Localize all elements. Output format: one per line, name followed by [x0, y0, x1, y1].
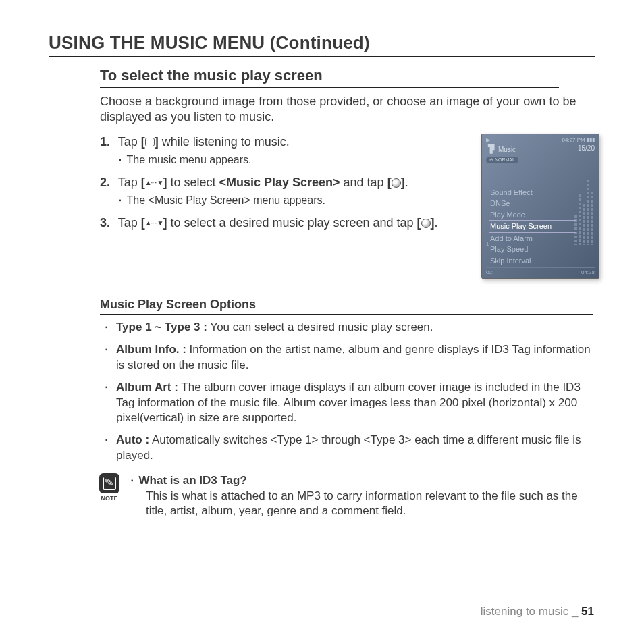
- note-icon: [99, 473, 119, 493]
- note-block: NOTE What is an ID3 Tag? This is what is…: [97, 473, 597, 518]
- button-bracket-open: [: [141, 174, 145, 190]
- step-text: Tap: [118, 176, 141, 189]
- note-title: What is an ID3 Tag?: [131, 474, 247, 487]
- time-elapsed: 02:: [486, 269, 493, 275]
- device-title: Music: [498, 146, 516, 153]
- music-icon: [486, 144, 495, 154]
- option-desc: You can select a desired music play scre…: [207, 321, 433, 333]
- step-sub: The music menu appears.: [119, 153, 465, 167]
- option-desc: Information on the artist name, album an…: [116, 343, 591, 371]
- device-menu: Sound Effect DNSe Play Mode Music Play S…: [489, 187, 576, 267]
- status-time: 04:27 PM: [562, 137, 585, 143]
- step-text-post: to select a desired music play screen an…: [167, 216, 417, 230]
- device-screenshot: ▶ 04:27 PM ▮▮▮ Music 15/20 ⊖ NORMAL Soun…: [481, 134, 599, 279]
- page-number: 51: [581, 605, 594, 618]
- period: .: [405, 176, 408, 189]
- option-album-art: Album Art : The album cover image displa…: [105, 380, 591, 427]
- track-number: 1: [486, 241, 489, 247]
- step-text: Tap: [118, 135, 141, 149]
- equalizer-bars: [574, 171, 595, 245]
- step-text-post: to select: [167, 176, 219, 189]
- step-text: Tap: [118, 216, 141, 230]
- status-play-icon: ▶: [486, 137, 490, 143]
- section-heading: To select the music play screen: [100, 67, 559, 88]
- option-label: Album Info. :: [116, 343, 186, 356]
- step-number: 2.: [100, 174, 115, 190]
- note-text: This is what is attached to an MP3 to ca…: [146, 489, 597, 519]
- menu-item-selected: Music Play Screen: [489, 220, 576, 233]
- options-list: Type 1 ~ Type 3 : You can select a desir…: [105, 320, 591, 464]
- step-2: 2. Tap [ ▲·· ··▼ ] to select <Music Play…: [100, 174, 465, 208]
- option-label: Type 1 ~ Type 3 :: [116, 321, 207, 333]
- option-label: Album Art :: [116, 381, 178, 394]
- button-bracket-open2: [: [417, 215, 421, 231]
- page-footer: listening to music _ 51: [481, 605, 594, 618]
- track-counter: 15/20: [578, 144, 595, 154]
- option-auto: Auto : Automatically switches <Type 1> t…: [105, 433, 591, 464]
- menu-icon: [145, 138, 155, 146]
- step-number: 1.: [100, 134, 115, 150]
- option-desc: Automatically switches <Type 1> through …: [116, 433, 581, 462]
- period: .: [435, 216, 438, 230]
- menu-target: <Music Play Screen>: [219, 176, 340, 189]
- menu-item: DNSe: [489, 198, 576, 209]
- menu-item: Skip Interval: [489, 255, 576, 267]
- battery-icon: ▮▮▮: [587, 137, 595, 143]
- up-down-icon: ▲·· ··▼: [145, 219, 163, 227]
- steps-list: 1. Tap [ ] while listening to music. The…: [100, 134, 465, 279]
- manual-page: USING THE MUSIC MENU (Continued) To sele…: [0, 0, 644, 644]
- intro-text: Choose a background image from those pro…: [100, 94, 593, 126]
- up-down-icon: ▲·· ··▼: [145, 179, 163, 186]
- step-1: 1. Tap [ ] while listening to music. The…: [100, 134, 465, 167]
- step-text-post2: and tap: [340, 176, 387, 189]
- options-heading: Music Play Screen Options: [100, 298, 593, 315]
- step-number: 3.: [100, 215, 115, 231]
- button-bracket-open: [: [141, 134, 145, 150]
- menu-item: Sound Effect: [489, 187, 576, 198]
- eq-badge: ⊖ NORMAL: [486, 157, 518, 163]
- option-album-info: Album Info. : Information on the artist …: [105, 342, 591, 373]
- option-type: Type 1 ~ Type 3 : You can select a desir…: [105, 320, 591, 336]
- button-bracket-open: [: [141, 215, 145, 231]
- option-label: Auto :: [116, 433, 149, 446]
- page-heading: USING THE MUSIC MENU (Continued): [49, 32, 595, 57]
- step-3: 3. Tap [ ▲·· ··▼ ] to select a desired m…: [100, 215, 465, 231]
- menu-item: Play Speed: [489, 244, 576, 255]
- step-text-post: while listening to music.: [159, 135, 290, 149]
- option-desc: The album cover image displays if an alb…: [116, 381, 581, 425]
- select-icon: [392, 178, 401, 188]
- menu-item: Play Mode: [489, 209, 576, 221]
- button-bracket-open2: [: [387, 174, 392, 190]
- note-label: NOTE: [97, 495, 122, 503]
- step-sub: The <Music Play Screen> menu appears.: [119, 193, 465, 208]
- footer-section: listening to music _: [481, 605, 581, 618]
- menu-item: Add to Alarm: [489, 233, 576, 244]
- time-total: 04:28: [581, 269, 595, 275]
- select-icon: [421, 219, 431, 228]
